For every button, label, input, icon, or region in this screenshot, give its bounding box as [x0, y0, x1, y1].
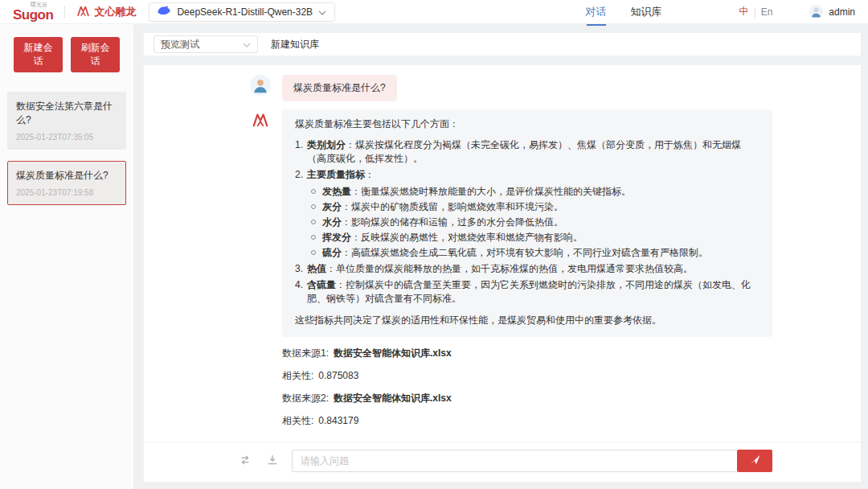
history-item[interactable]: 数据安全法第六章是什么? 2025-01-23T07:35:05 [7, 92, 126, 150]
clear-context-button[interactable] [237, 453, 253, 469]
circle-bullet-icon [311, 199, 322, 214]
model-selector[interactable]: DeepSeek-R1-Distill-Qwen-32B [149, 2, 335, 22]
admin-avatar-icon [809, 5, 823, 18]
list-number: 4. [295, 278, 307, 306]
product-name: 文心雕龙 [94, 5, 136, 19]
question-input[interactable] [292, 450, 737, 472]
chevron-down-icon [318, 6, 326, 18]
sublist-desc: ：影响煤炭的储存和运输，过多的水分会降低热值。 [342, 216, 563, 228]
answer-list-item: 1. 类别划分：煤炭按煤化程度分为褐煤（未完全碳化，易挥发）、焦煤（部分变质，用… [295, 138, 760, 166]
refresh-session-button[interactable]: 刷新会话 [71, 37, 120, 72]
list-number: 3. [295, 262, 307, 276]
source-filename: 数据安全智能体知识库.xlsx [334, 347, 452, 359]
source-line: 数据来源1:数据安全智能体知识库.xlsx [282, 347, 772, 360]
circle-bullet-icon [311, 245, 322, 260]
language-switcher: 中 | En [739, 5, 773, 18]
user-message-bubble: 煤炭质量标准是什么? [282, 75, 397, 101]
chevron-down-icon [243, 39, 251, 50]
circle-bullet-icon [311, 215, 322, 229]
list-term: 主要质量指标 [307, 169, 365, 180]
list-term: 类别划分 [307, 139, 346, 150]
nav-tab-chat[interactable]: 对话 [586, 5, 607, 19]
list-desc: ：控制煤炭中的硫含量至关重要，因为它关系到燃烧时的污染排放，不同用途的煤炭（如发… [307, 279, 751, 304]
paper-plane-icon [749, 454, 761, 468]
sublist-term: 发热量 [322, 186, 351, 197]
circle-bullet-icon [311, 184, 322, 199]
circle-bullet-icon [311, 230, 322, 244]
answer-sublist-item: 水分：影响煤炭的储存和运输，过多的水分会降低热值。 [311, 215, 760, 229]
export-chat-button[interactable] [264, 453, 280, 469]
sidebar-buttons: 新建会话 刷新会话 [7, 37, 126, 72]
lang-zh-button[interactable]: 中 [739, 5, 749, 18]
relevance-value: 0.843179 [318, 415, 358, 426]
source-filename: 数据安全智能体知识库.xlsx [334, 392, 452, 404]
list-term: 含硫量 [307, 279, 336, 290]
answer-sublist: 发热量：衡量煤炭燃烧时释放能量的大小，是评价煤炭性能的关键指标。 灰分：煤炭中的… [311, 184, 760, 260]
assistant-avatar-icon [250, 109, 271, 130]
header-right: 对话 知识库 中 | En admin [586, 5, 856, 19]
history-title: 数据安全法第六章是什么? [16, 100, 117, 127]
relevance-label: 相关性: [282, 370, 313, 381]
sublist-term: 硫分 [322, 247, 342, 258]
knowledge-base-selector[interactable]: 预览测试 [154, 35, 258, 53]
history-timestamp: 2025-01-23T07:35:05 [16, 133, 117, 142]
answer-intro: 煤炭质量标准主要包括以下几个方面： [295, 117, 760, 131]
top-header: 曙光云 Sugon 文心雕龙 DeepSeek-R1-Distill-Qwen-… [0, 0, 868, 24]
answer-sublist-item: 灰分：煤炭中的矿物质残留，影响燃烧效率和环境污染。 [311, 199, 760, 214]
swap-arrows-icon [239, 454, 252, 469]
source-label: 数据来源2: [282, 392, 329, 404]
list-desc: ：单位质量的煤炭能释放的热量，如千克标准煤的热值，发电用煤通常要求热值较高。 [326, 263, 693, 274]
nav-tab-knowledge-base[interactable]: 知识库 [631, 5, 662, 19]
relevance-line: 相关性:0.875083 [282, 370, 772, 382]
assistant-message-bubble: 煤炭质量标准主要包括以下几个方面： 1. 类别划分：煤炭按煤化程度分为褐煤（未完… [282, 109, 772, 337]
relevance-label: 相关性: [282, 415, 313, 426]
sublist-term: 水分 [322, 216, 342, 228]
session-sidebar: 新建会话 刷新会话 数据安全法第六章是什么? 2025-01-23T07:35:… [0, 24, 133, 489]
kb-selected-value: 预览测试 [161, 38, 199, 51]
product-brand: 文心雕龙 [76, 4, 136, 20]
sublist-desc: ：高硫煤炭燃烧会生成二氧化硫，对环境有较大影响，不同行业对硫含量有严格限制。 [342, 247, 708, 258]
sugon-logo: 曙光云 Sugon [13, 2, 53, 22]
answer-outro: 这些指标共同决定了煤炭的适用性和环保性能，是煤炭贸易和使用中的重要参考依据。 [295, 314, 760, 327]
answer-sublist-item: 发热量：衡量煤炭燃烧时释放能量的大小，是评价煤炭性能的关键指标。 [311, 184, 760, 199]
username-label: admin [829, 6, 855, 18]
sublist-desc: ：煤炭中的矿物质残留，影响燃烧效率和环境污染。 [342, 201, 563, 212]
new-knowledge-base-button[interactable]: 新建知识库 [271, 38, 319, 51]
composer [292, 450, 772, 472]
source-list: 数据来源1:数据安全智能体知识库.xlsx 相关性:0.875083 数据来源2… [282, 347, 772, 434]
chat-panel: 煤炭质量标准是什么? 煤炭质量标准主要包括以下几个方面： 1. 类别划分：煤炭按… [143, 64, 862, 483]
answer-list-item: 3. 热值：单位质量的煤炭能释放的热量，如千克标准煤的热值，发电用煤通常要求热值… [295, 262, 760, 276]
message-list[interactable]: 煤炭质量标准是什么? 煤炭质量标准主要包括以下几个方面： 1. 类别划分：煤炭按… [144, 65, 861, 434]
wenxin-flame-icon [76, 4, 90, 20]
assistant-message-row: 煤炭质量标准主要包括以下几个方面： 1. 类别划分：煤炭按煤化程度分为褐煤（未完… [250, 109, 772, 337]
list-term: 热值 [307, 263, 326, 274]
user-menu[interactable]: admin [809, 5, 855, 18]
download-icon [266, 454, 279, 469]
send-button[interactable] [737, 450, 772, 472]
answer-sublist-item: 挥发分：反映煤炭的易燃性，对燃烧效率和燃烧产物有影响。 [311, 230, 760, 244]
list-number: 2. [295, 168, 307, 182]
source-line: 数据来源2:数据安全智能体知识库.xlsx [282, 392, 772, 405]
sugon-wordmark: Sugon [13, 8, 53, 22]
answer-list-item: 4. 含硫量：控制煤炭中的硫含量至关重要，因为它关系到燃烧时的污染排放，不同用途… [295, 278, 760, 306]
answer-sublist-item: 硫分：高硫煤炭燃烧会生成二氧化硫，对环境有较大影响，不同行业对硫含量有严格限制。 [311, 245, 760, 260]
list-number: 1. [295, 138, 307, 166]
knowledge-base-bar: 预览测试 新建知识库 [143, 32, 862, 56]
lang-en-button[interactable]: En [761, 6, 773, 18]
main-area: 预览测试 新建知识库 煤炭质量标准是什么? [133, 24, 868, 489]
sublist-term: 挥发分 [322, 232, 351, 243]
header-divider [64, 6, 65, 18]
history-title: 煤炭质量标准是什么? [16, 169, 117, 183]
user-message-row: 煤炭质量标准是什么? [250, 75, 772, 101]
list-desc: ： [365, 169, 375, 180]
new-session-button[interactable]: 新建会话 [14, 37, 63, 72]
deepseek-whale-icon [158, 6, 171, 18]
history-item-selected[interactable]: 煤炭质量标准是什么? 2025-01-23T07:19:58 [7, 161, 126, 205]
model-name: DeepSeek-R1-Distill-Qwen-32B [177, 6, 313, 18]
answer-list-item: 2. 主要质量指标： [295, 168, 760, 182]
relevance-value: 0.875083 [318, 370, 358, 381]
history-timestamp: 2025-01-23T07:19:58 [16, 188, 117, 197]
user-avatar-icon [250, 75, 271, 96]
composer-bar [144, 442, 861, 482]
sublist-term: 灰分 [322, 201, 342, 212]
